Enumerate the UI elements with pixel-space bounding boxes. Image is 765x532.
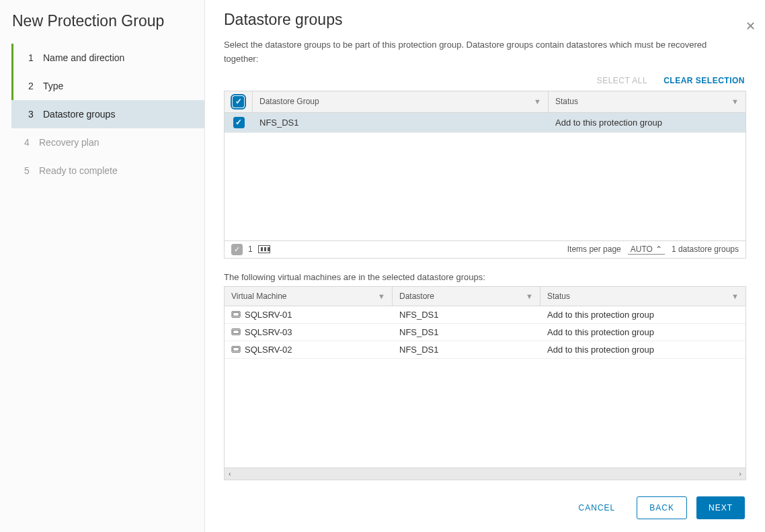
- chevron-up-icon: ⌃: [655, 245, 662, 254]
- selection-actions: SELECT ALL CLEAR SELECTION: [224, 72, 746, 91]
- header-checkbox-cell: [225, 91, 253, 112]
- page-title: Datastore groups: [224, 11, 746, 29]
- table-body: NFS_DS1 Add to this protection group: [225, 113, 746, 240]
- filter-icon[interactable]: ▼: [378, 292, 385, 300]
- clear-selection-link[interactable]: CLEAR SELECTION: [663, 76, 745, 85]
- step-datastore-groups[interactable]: 3 Datastore groups: [11, 100, 204, 128]
- step-number: 4: [24, 137, 39, 148]
- cell-vm-name: SQLSRV-03: [225, 324, 393, 341]
- wizard-steps: 1 Name and direction 2 Type 3 Datastore …: [0, 44, 204, 185]
- cell-vm-status: Add to this protection group: [540, 341, 746, 358]
- filter-icon[interactable]: ▼: [731, 292, 739, 300]
- step-label: Name and direction: [43, 52, 124, 63]
- table-row[interactable]: SQLSRV-03 NFS_DS1 Add to this protection…: [225, 324, 746, 341]
- wizard-title: New Protection Group: [0, 9, 204, 44]
- vm-section-label: The following virtual machines are in th…: [224, 272, 746, 282]
- header-label: Datastore: [399, 292, 434, 301]
- items-per-page-value: AUTO: [631, 245, 653, 254]
- table-row[interactable]: NFS_DS1 Add to this protection group: [225, 113, 746, 133]
- cell-status: Add to this protection group: [549, 113, 746, 132]
- step-number: 3: [28, 109, 43, 120]
- cell-datastore: NFS_DS1: [393, 324, 540, 341]
- vm-table-body: SQLSRV-01 NFS_DS1 Add to this protection…: [225, 306, 746, 468]
- header-virtual-machine[interactable]: Virtual Machine ▼: [225, 287, 393, 306]
- scroll-left-icon[interactable]: ‹: [226, 470, 234, 478]
- page-description: Select the datastore groups to be part o…: [224, 38, 741, 66]
- virtual-machines-table: Virtual Machine ▼ Datastore ▼ Status ▼ S…: [224, 286, 746, 480]
- table-footer: 1 Items per page AUTO ⌃ 1 datastore grou…: [225, 240, 746, 258]
- header-datastore[interactable]: Datastore ▼: [393, 287, 540, 306]
- step-number: 1: [28, 52, 43, 63]
- main-content: ✕ Datastore groups Select the datastore …: [205, 0, 765, 532]
- cell-datastore: NFS_DS1: [393, 306, 540, 323]
- vm-icon: [231, 327, 241, 337]
- wizard-sidebar: New Protection Group 1 Name and directio…: [0, 0, 205, 532]
- step-label: Ready to complete: [39, 165, 118, 176]
- header-datastore-group[interactable]: Datastore Group ▼: [253, 91, 549, 112]
- vm-name-text: SQLSRV-02: [245, 345, 292, 355]
- footer-selection-indicator: [231, 244, 243, 255]
- wizard-footer-buttons: CANCEL BACK NEXT: [224, 480, 746, 532]
- step-number: 2: [28, 81, 43, 91]
- select-all-checkbox[interactable]: [233, 96, 244, 107]
- step-type[interactable]: 2 Type: [11, 72, 204, 100]
- close-icon[interactable]: ✕: [746, 19, 756, 34]
- scroll-right-icon[interactable]: ›: [736, 470, 744, 478]
- next-button[interactable]: NEXT: [696, 496, 745, 519]
- step-label: Recovery plan: [39, 137, 99, 148]
- vm-icon: [231, 345, 241, 354]
- header-vm-status[interactable]: Status ▼: [540, 287, 746, 306]
- cell-datastore: NFS_DS1: [393, 341, 540, 358]
- header-label: Status: [555, 97, 578, 106]
- cell-vm-name: SQLSRV-01: [225, 306, 393, 323]
- header-label: Status: [547, 292, 570, 301]
- cancel-button[interactable]: CANCEL: [567, 496, 628, 519]
- vm-icon: [231, 310, 241, 319]
- vm-table-header-row: Virtual Machine ▼ Datastore ▼ Status ▼: [225, 287, 746, 306]
- step-number: 5: [24, 165, 39, 176]
- cell-vm-status: Add to this protection group: [540, 306, 746, 323]
- column-toggle-icon[interactable]: [258, 245, 270, 253]
- datastore-groups-table: Datastore Group ▼ Status ▼ NFS_DS1 Add t…: [224, 91, 746, 259]
- cell-vm-status: Add to this protection group: [540, 324, 746, 341]
- horizontal-scrollbar[interactable]: ‹ ›: [225, 468, 746, 480]
- row-checkbox[interactable]: [233, 117, 245, 128]
- table-header-row: Datastore Group ▼ Status ▼: [225, 91, 746, 113]
- svg-rect-3: [233, 330, 239, 333]
- filter-icon[interactable]: ▼: [526, 292, 533, 300]
- step-ready-complete: 5 Ready to complete: [11, 157, 204, 185]
- step-recovery-plan: 4 Recovery plan: [11, 128, 204, 157]
- selected-count: 1: [248, 245, 253, 254]
- header-label: Datastore Group: [259, 97, 319, 106]
- cell-datastore-name: NFS_DS1: [253, 113, 549, 132]
- select-all-link: SELECT ALL: [597, 76, 648, 85]
- table-row[interactable]: SQLSRV-02 NFS_DS1 Add to this protection…: [225, 341, 746, 359]
- cell-vm-name: SQLSRV-02: [225, 341, 393, 358]
- filter-icon[interactable]: ▼: [731, 97, 739, 105]
- table-row[interactable]: SQLSRV-01 NFS_DS1 Add to this protection…: [225, 306, 746, 324]
- items-per-page-label: Items per page: [567, 245, 621, 254]
- svg-rect-1: [233, 312, 239, 316]
- header-status[interactable]: Status ▼: [549, 91, 746, 112]
- vm-name-text: SQLSRV-03: [245, 327, 292, 337]
- total-count: 1 datastore groups: [672, 245, 739, 254]
- row-checkbox-cell: [225, 113, 253, 132]
- items-per-page-select[interactable]: AUTO ⌃: [628, 245, 665, 255]
- svg-rect-5: [233, 347, 239, 351]
- header-label: Virtual Machine: [231, 292, 287, 301]
- back-button[interactable]: BACK: [637, 496, 687, 519]
- step-name-direction[interactable]: 1 Name and direction: [11, 44, 204, 72]
- vm-name-text: SQLSRV-01: [245, 310, 292, 320]
- filter-icon[interactable]: ▼: [534, 97, 541, 105]
- step-label: Datastore groups: [43, 109, 115, 120]
- step-label: Type: [43, 81, 63, 91]
